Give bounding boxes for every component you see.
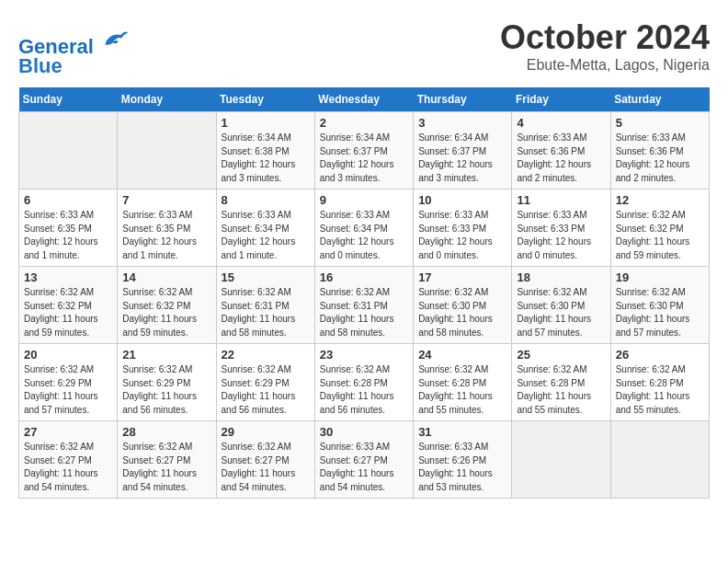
calendar-cell: 8Sunrise: 6:33 AM Sunset: 6:34 PM Daylig… [216,190,314,267]
day-info: Sunrise: 6:32 AM Sunset: 6:30 PM Dayligh… [517,286,605,339]
calendar-cell: 10Sunrise: 6:33 AM Sunset: 6:33 PM Dayli… [414,190,512,267]
weekday-header-wednesday: Wednesday [314,87,413,112]
calendar-cell: 18Sunrise: 6:32 AM Sunset: 6:30 PM Dayli… [512,267,610,344]
title-block: October 2024 Ebute-Metta, Lagos, Nigeria [500,18,710,74]
day-number: 7 [122,193,210,207]
day-number: 12 [616,193,704,207]
day-number: 5 [616,116,704,130]
day-number: 14 [122,270,210,284]
calendar-cell: 26Sunrise: 6:32 AM Sunset: 6:28 PM Dayli… [610,344,709,421]
day-info: Sunrise: 6:33 AM Sunset: 6:34 PM Dayligh… [222,209,310,262]
calendar-cell: 24Sunrise: 6:32 AM Sunset: 6:28 PM Dayli… [414,344,512,421]
day-number: 3 [418,116,506,130]
calendar-cell: 20Sunrise: 6:32 AM Sunset: 6:29 PM Dayli… [19,344,118,421]
calendar-cell: 17Sunrise: 6:32 AM Sunset: 6:30 PM Dayli… [414,267,512,344]
day-number: 27 [24,425,112,439]
day-info: Sunrise: 6:32 AM Sunset: 6:32 PM Dayligh… [122,286,210,339]
day-number: 15 [222,270,310,284]
day-info: Sunrise: 6:33 AM Sunset: 6:35 PM Dayligh… [122,209,210,262]
calendar-cell: 23Sunrise: 6:32 AM Sunset: 6:28 PM Dayli… [314,344,413,421]
day-number: 26 [616,348,704,362]
calendar-cell: 29Sunrise: 6:32 AM Sunset: 6:27 PM Dayli… [216,421,314,499]
page-header: General Blue October 2024 Ebute-Metta, L… [18,18,710,78]
day-number: 25 [517,348,605,362]
day-number: 29 [222,425,310,439]
day-info: Sunrise: 6:32 AM Sunset: 6:28 PM Dayligh… [517,363,605,417]
day-number: 31 [418,425,506,439]
calendar-cell: 27Sunrise: 6:32 AM Sunset: 6:27 PM Dayli… [19,421,118,499]
day-info: Sunrise: 6:33 AM Sunset: 6:27 PM Dayligh… [320,441,408,494]
day-number: 11 [517,193,605,207]
calendar-cell [19,112,118,190]
day-number: 21 [122,348,210,362]
day-info: Sunrise: 6:33 AM Sunset: 6:35 PM Dayligh… [24,209,112,262]
calendar-cell: 25Sunrise: 6:32 AM Sunset: 6:28 PM Dayli… [512,344,610,421]
day-info: Sunrise: 6:32 AM Sunset: 6:30 PM Dayligh… [418,286,506,339]
calendar-cell: 3Sunrise: 6:34 AM Sunset: 6:37 PM Daylig… [414,112,512,190]
calendar-cell [610,421,709,499]
calendar-week-row: 13Sunrise: 6:32 AM Sunset: 6:32 PM Dayli… [19,267,710,344]
day-info: Sunrise: 6:33 AM Sunset: 6:36 PM Dayligh… [517,132,605,185]
day-number: 23 [320,348,408,362]
day-number: 16 [320,270,408,284]
calendar-cell: 19Sunrise: 6:32 AM Sunset: 6:30 PM Dayli… [610,267,709,344]
day-info: Sunrise: 6:32 AM Sunset: 6:29 PM Dayligh… [24,363,112,417]
day-number: 10 [418,193,506,207]
calendar-subtitle: Ebute-Metta, Lagos, Nigeria [500,57,710,74]
calendar-table: SundayMondayTuesdayWednesdayThursdayFrid… [18,87,710,499]
calendar-cell: 15Sunrise: 6:32 AM Sunset: 6:31 PM Dayli… [216,267,314,344]
day-info: Sunrise: 6:34 AM Sunset: 6:37 PM Dayligh… [320,132,408,185]
day-number: 2 [320,116,408,130]
day-info: Sunrise: 6:32 AM Sunset: 6:31 PM Dayligh… [320,286,408,339]
calendar-cell: 13Sunrise: 6:32 AM Sunset: 6:32 PM Dayli… [19,267,118,344]
day-number: 13 [24,270,112,284]
day-info: Sunrise: 6:32 AM Sunset: 6:28 PM Dayligh… [320,363,408,417]
day-info: Sunrise: 6:32 AM Sunset: 6:28 PM Dayligh… [418,363,506,417]
calendar-cell: 21Sunrise: 6:32 AM Sunset: 6:29 PM Dayli… [118,344,216,421]
weekday-header-row: SundayMondayTuesdayWednesdayThursdayFrid… [19,87,710,112]
day-info: Sunrise: 6:32 AM Sunset: 6:32 PM Dayligh… [616,209,704,262]
day-number: 8 [222,193,310,207]
calendar-cell: 5Sunrise: 6:33 AM Sunset: 6:36 PM Daylig… [610,112,709,190]
day-info: Sunrise: 6:32 AM Sunset: 6:28 PM Dayligh… [616,363,704,417]
day-info: Sunrise: 6:32 AM Sunset: 6:27 PM Dayligh… [222,441,310,494]
day-number: 22 [222,348,310,362]
calendar-cell: 14Sunrise: 6:32 AM Sunset: 6:32 PM Dayli… [118,267,216,344]
calendar-cell: 7Sunrise: 6:33 AM Sunset: 6:35 PM Daylig… [118,190,216,267]
day-info: Sunrise: 6:32 AM Sunset: 6:30 PM Dayligh… [616,286,704,339]
day-number: 19 [616,270,704,284]
day-number: 17 [418,270,506,284]
day-info: Sunrise: 6:32 AM Sunset: 6:29 PM Dayligh… [122,363,210,417]
day-number: 4 [517,116,605,130]
day-number: 1 [222,116,310,130]
calendar-cell: 6Sunrise: 6:33 AM Sunset: 6:35 PM Daylig… [19,190,118,267]
day-number: 28 [122,425,210,439]
day-info: Sunrise: 6:34 AM Sunset: 6:38 PM Dayligh… [222,132,310,185]
day-info: Sunrise: 6:33 AM Sunset: 6:33 PM Dayligh… [517,209,605,262]
logo: General Blue [18,28,129,78]
day-info: Sunrise: 6:32 AM Sunset: 6:27 PM Dayligh… [122,441,210,494]
calendar-cell: 22Sunrise: 6:32 AM Sunset: 6:29 PM Dayli… [216,344,314,421]
logo-bird-icon [101,28,129,53]
calendar-cell: 11Sunrise: 6:33 AM Sunset: 6:33 PM Dayli… [512,190,610,267]
weekday-header-monday: Monday [118,87,216,112]
day-info: Sunrise: 6:34 AM Sunset: 6:37 PM Dayligh… [418,132,506,185]
day-number: 18 [517,270,605,284]
day-number: 20 [24,348,112,362]
calendar-cell [118,112,216,190]
day-info: Sunrise: 6:32 AM Sunset: 6:31 PM Dayligh… [222,286,310,339]
calendar-week-row: 27Sunrise: 6:32 AM Sunset: 6:27 PM Dayli… [19,421,710,499]
day-info: Sunrise: 6:33 AM Sunset: 6:36 PM Dayligh… [616,132,704,185]
calendar-week-row: 1Sunrise: 6:34 AM Sunset: 6:38 PM Daylig… [19,112,710,190]
calendar-cell: 16Sunrise: 6:32 AM Sunset: 6:31 PM Dayli… [314,267,413,344]
calendar-cell: 31Sunrise: 6:33 AM Sunset: 6:26 PM Dayli… [414,421,512,499]
day-number: 6 [24,193,112,207]
day-number: 30 [320,425,408,439]
weekday-header-tuesday: Tuesday [216,87,314,112]
calendar-cell: 12Sunrise: 6:32 AM Sunset: 6:32 PM Dayli… [610,190,709,267]
weekday-header-thursday: Thursday [414,87,512,112]
day-info: Sunrise: 6:32 AM Sunset: 6:27 PM Dayligh… [24,441,112,494]
calendar-cell [512,421,610,499]
day-number: 9 [320,193,408,207]
calendar-week-row: 6Sunrise: 6:33 AM Sunset: 6:35 PM Daylig… [19,190,710,267]
